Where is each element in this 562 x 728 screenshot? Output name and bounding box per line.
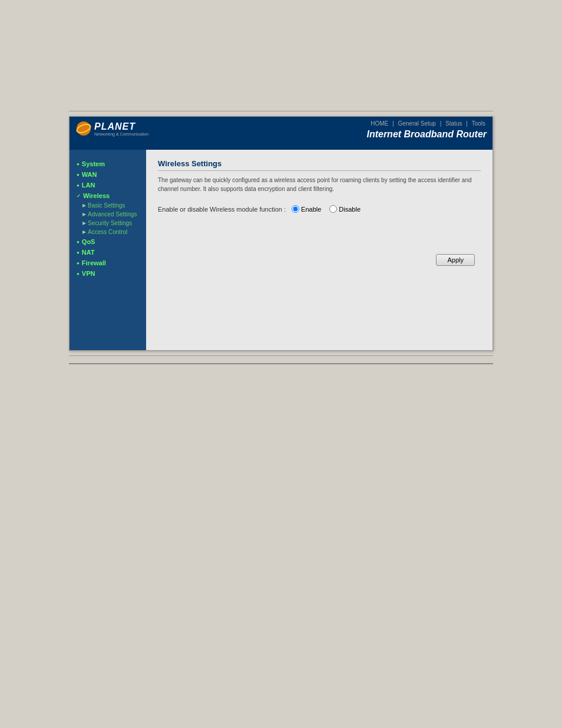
sidebar-item-vpn[interactable]: ● VPN <box>70 268 146 279</box>
bullet-wan: ● <box>77 172 80 177</box>
bullet-firewall: ● <box>77 261 80 266</box>
radio-disable-label: Disable <box>339 206 361 213</box>
nav-sep1: | <box>392 120 395 127</box>
sidebar-label-advanced-settings: Advanced Settings <box>88 211 137 218</box>
header-bar: PLANET Networking & Communication HOME |… <box>70 117 492 150</box>
sidebar-item-security-settings[interactable]: ▶ Security Settings <box>70 219 146 228</box>
sidebar-label-access-control: Access Control <box>88 229 127 235</box>
content-area: Wireless Settings The gateway can be qui… <box>146 150 492 350</box>
nav-links: HOME | General Setup | Status | Tools <box>369 120 487 127</box>
radio-group: Enable Disable <box>292 205 361 213</box>
router-title: Internet Broadband Router <box>366 129 487 140</box>
sidebar-label-qos: QoS <box>82 238 95 245</box>
section-title: Wireless Settings <box>158 159 481 171</box>
sidebar-label-lan: LAN <box>82 182 95 189</box>
nav-sep2: | <box>440 120 443 127</box>
sidebar-label-system: System <box>82 160 105 167</box>
sidebar-item-wireless[interactable]: ✓ Wireless <box>70 190 146 201</box>
radio-enable-label: Enable <box>301 206 321 213</box>
bullet-nat: ● <box>77 250 80 255</box>
top-hr <box>69 111 493 111</box>
triangle-basic: ▶ <box>82 203 86 208</box>
sidebar-item-basic-settings[interactable]: ▶ Basic Settings <box>70 201 146 210</box>
nav-home[interactable]: HOME <box>371 120 388 127</box>
nav-status[interactable]: Status <box>445 120 462 127</box>
logo-planet-text: PLANET <box>94 121 148 132</box>
triangle-security: ▶ <box>82 220 86 226</box>
section-description: The gateway can be quickly configured as… <box>158 176 481 193</box>
sidebar-item-firewall[interactable]: ● Firewall <box>70 258 146 268</box>
apply-button[interactable]: Apply <box>436 254 475 266</box>
sidebar-label-security-settings: Security Settings <box>88 220 132 226</box>
form-row: Enable or disable Wireless module functi… <box>158 205 481 213</box>
logo-tagline-text: Networking & Communication <box>94 132 148 136</box>
sidebar-item-nat[interactable]: ● NAT <box>70 247 146 258</box>
router-container: PLANET Networking & Communication HOME |… <box>69 116 493 351</box>
sidebar-item-advanced-settings[interactable]: ▶ Advanced Settings <box>70 210 146 219</box>
triangle-access: ▶ <box>82 229 86 235</box>
header-right: HOME | General Setup | Status | Tools In… <box>366 120 487 140</box>
form-label: Enable or disable Wireless module functi… <box>158 206 286 213</box>
sidebar-item-access-control[interactable]: ▶ Access Control <box>70 228 146 236</box>
main-content: ● System ● WAN ● LAN ✓ Wireless ▶ Basi <box>70 150 492 350</box>
radio-enable[interactable] <box>292 205 299 213</box>
bullet-qos: ● <box>77 239 80 245</box>
sidebar: ● System ● WAN ● LAN ✓ Wireless ▶ Basi <box>70 150 146 350</box>
sidebar-item-wan[interactable]: ● WAN <box>70 169 146 180</box>
svg-point-0 <box>77 121 91 136</box>
sidebar-label-wan: WAN <box>82 171 97 178</box>
nav-tools[interactable]: Tools <box>472 120 485 127</box>
sidebar-item-system[interactable]: ● System <box>70 159 146 169</box>
planet-logo-icon <box>75 120 92 137</box>
radio-disable-option[interactable]: Disable <box>329 205 361 213</box>
sidebar-item-lan[interactable]: ● LAN <box>70 180 146 190</box>
radio-disable[interactable] <box>329 205 337 213</box>
sidebar-label-vpn: VPN <box>82 270 95 277</box>
sidebar-label-basic-settings: Basic Settings <box>88 202 125 209</box>
triangle-advanced: ▶ <box>82 212 86 217</box>
bullet-vpn: ● <box>77 271 80 276</box>
page-wrapper: PLANET Networking & Communication HOME |… <box>0 0 562 728</box>
bottom-hr2 <box>69 363 493 364</box>
apply-row: Apply <box>158 248 481 272</box>
logo-text-area: PLANET Networking & Communication <box>94 121 148 136</box>
bottom-hr1 <box>69 355 493 356</box>
sidebar-label-firewall: Firewall <box>82 259 106 266</box>
radio-enable-option[interactable]: Enable <box>292 205 321 213</box>
bullet-system: ● <box>77 162 80 167</box>
sidebar-label-nat: NAT <box>82 249 95 256</box>
bullet-lan: ● <box>77 183 80 188</box>
nav-sep3: | <box>466 120 469 127</box>
sidebar-label-wireless: Wireless <box>83 192 110 199</box>
bullet-wireless: ✓ <box>77 193 81 199</box>
nav-general-setup[interactable]: General Setup <box>398 120 436 127</box>
sidebar-item-qos[interactable]: ● QoS <box>70 236 146 247</box>
logo-area: PLANET Networking & Communication <box>75 120 148 137</box>
